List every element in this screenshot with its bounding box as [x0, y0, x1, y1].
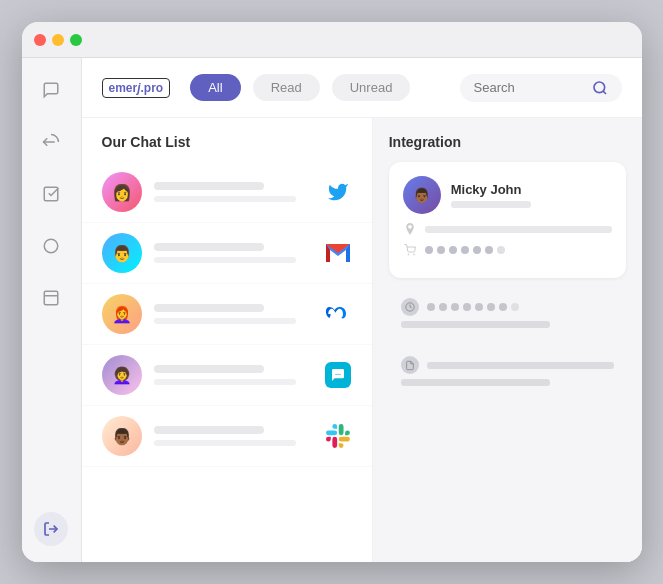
logout-button[interactable] — [34, 512, 68, 546]
search-icon[interactable] — [592, 80, 608, 96]
integration-user-card: 👨🏾 Micky John — [389, 162, 626, 278]
avatar: 👨 — [102, 233, 142, 273]
sub-card-row-2 — [401, 356, 614, 374]
chat-text — [154, 243, 312, 263]
integration-avatar: 👨🏾 — [403, 176, 441, 214]
speek-icon — [324, 361, 352, 389]
panels: Our Chat List 👩 — [82, 118, 642, 562]
integration-user-name: Micky John — [451, 182, 531, 197]
chat-name-bar — [154, 304, 265, 312]
sub-card-row — [401, 298, 614, 316]
chat-list-panel: Our Chat List 👩 — [82, 118, 373, 562]
chat-text — [154, 365, 312, 385]
chat-msg-bar — [154, 379, 296, 385]
svg-point-7 — [335, 374, 336, 375]
svg-point-8 — [337, 374, 338, 375]
integration-dots — [425, 246, 505, 254]
integration-user-row: 👨🏾 Micky John — [403, 176, 612, 214]
sidebar-item-messages[interactable] — [35, 230, 67, 262]
chat-msg-bar — [154, 318, 296, 324]
svg-rect-0 — [44, 187, 58, 201]
tab-read[interactable]: Read — [253, 74, 320, 101]
chat-item[interactable]: 👨🏾 — [82, 406, 372, 467]
app-window: emerj.pro All Read Unread Our Chat List — [22, 22, 642, 562]
app-content: emerj.pro All Read Unread Our Chat List — [22, 58, 642, 562]
dot — [461, 246, 469, 254]
meta-icon — [324, 300, 352, 328]
search-input[interactable] — [474, 80, 584, 95]
chat-name-bar — [154, 182, 265, 190]
dot — [439, 303, 447, 311]
integration-sub-card-1 — [389, 288, 626, 338]
integration-title: Integration — [389, 134, 626, 150]
integration-info-row-1 — [403, 222, 612, 236]
tab-all[interactable]: All — [190, 74, 240, 101]
sub-bar-2 — [401, 379, 550, 386]
dot — [497, 246, 505, 254]
avatar-image: 👩‍🦰 — [102, 294, 142, 334]
sidebar-item-tasks[interactable] — [35, 178, 67, 210]
sub-bar-long — [427, 362, 614, 369]
avatar-image: 👩 — [102, 172, 142, 212]
integration-info-bar — [425, 226, 612, 233]
chat-name-bar — [154, 365, 265, 373]
avatar: 👨🏾 — [102, 416, 142, 456]
dot — [427, 303, 435, 311]
dot — [437, 246, 445, 254]
chat-list-title: Our Chat List — [82, 134, 372, 162]
sidebar-item-layers[interactable] — [35, 282, 67, 314]
sidebar-item-refresh[interactable] — [35, 126, 67, 158]
close-dot[interactable] — [34, 34, 46, 46]
avatar: 👩‍🦰 — [102, 294, 142, 334]
chat-item[interactable]: 👩‍🦱 — [82, 345, 372, 406]
chat-item[interactable]: 👩‍🦰 — [82, 284, 372, 345]
sidebar-item-chat[interactable] — [35, 74, 67, 106]
dot — [511, 303, 519, 311]
dot — [487, 303, 495, 311]
dot — [451, 303, 459, 311]
dot — [449, 246, 457, 254]
header: emerj.pro All Read Unread — [82, 58, 642, 118]
svg-line-6 — [603, 91, 606, 94]
avatar: 👩 — [102, 172, 142, 212]
dot — [499, 303, 507, 311]
dot — [425, 246, 433, 254]
avatar-image: 👩‍🦱 — [102, 355, 142, 395]
chat-item[interactable]: 👨 — [82, 223, 372, 284]
sidebar-bottom — [34, 512, 68, 546]
minimize-dot[interactable] — [52, 34, 64, 46]
twitter-icon — [324, 178, 352, 206]
chat-item[interactable]: 👩 — [82, 162, 372, 223]
dot — [475, 303, 483, 311]
logo: emerj.pro — [102, 78, 171, 98]
dot — [485, 246, 493, 254]
gmail-icon — [324, 239, 352, 267]
integration-info-row-2 — [403, 243, 612, 257]
svg-point-1 — [44, 239, 58, 253]
svg-point-9 — [339, 374, 340, 375]
chat-msg-bar — [154, 196, 296, 202]
integration-user-sub — [451, 201, 531, 208]
document-icon — [401, 356, 419, 374]
sub-dots — [427, 303, 519, 311]
integration-panel: Integration 👨🏾 Micky John — [373, 118, 642, 562]
maximize-dot[interactable] — [70, 34, 82, 46]
avatar-image: 👨🏾 — [102, 416, 142, 456]
svg-point-11 — [413, 254, 414, 255]
sub-bar — [401, 321, 550, 328]
integration-sub-card-2 — [389, 346, 626, 396]
sidebar — [22, 58, 82, 562]
chat-msg-bar — [154, 440, 296, 446]
dot — [473, 246, 481, 254]
avatar-image: 👨 — [102, 233, 142, 273]
chat-msg-bar — [154, 257, 296, 263]
svg-point-10 — [408, 254, 409, 255]
logo-text: emerj.pro — [109, 81, 164, 95]
clock-icon — [401, 298, 419, 316]
chat-name-bar — [154, 243, 265, 251]
integration-user-info: Micky John — [451, 182, 531, 208]
dot — [463, 303, 471, 311]
tab-unread[interactable]: Unread — [332, 74, 411, 101]
chat-text — [154, 304, 312, 324]
svg-point-5 — [594, 82, 605, 93]
